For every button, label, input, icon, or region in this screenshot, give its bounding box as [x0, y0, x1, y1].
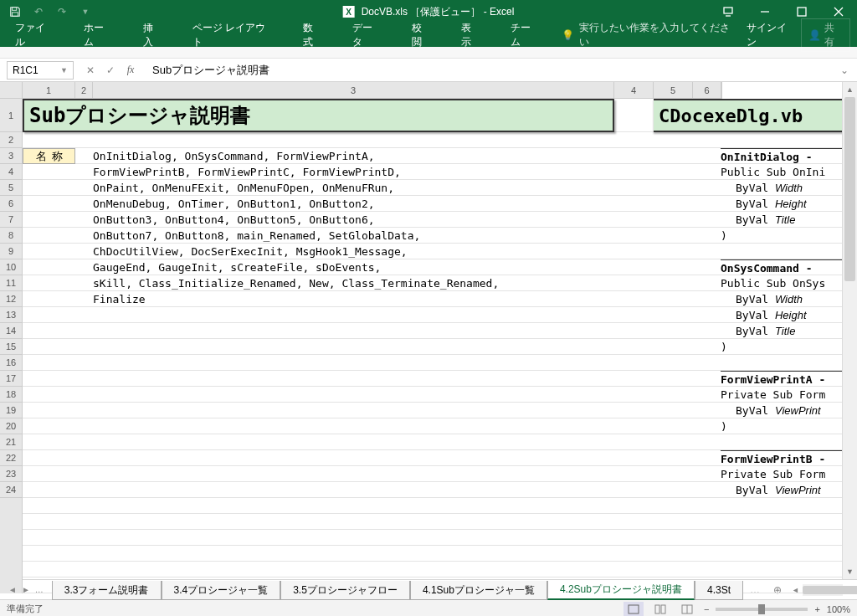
- detail-line[interactable]: ): [721, 418, 842, 434]
- row-header[interactable]: 3: [0, 148, 22, 164]
- code-line[interactable]: OnMenuDebug, OnTimer, OnButton1, OnButto…: [93, 196, 375, 212]
- enter-icon[interactable]: ✓: [104, 64, 117, 76]
- row-header[interactable]: 22: [0, 450, 22, 466]
- col-header[interactable]: 3: [93, 82, 614, 98]
- undo-icon[interactable]: ↶: [30, 3, 47, 20]
- detail-line[interactable]: Private Sub Form: [721, 466, 842, 482]
- detail-line[interactable]: ByVal ViewPrint: [721, 403, 842, 418]
- qat-dropdown-icon[interactable]: ▼: [77, 3, 94, 20]
- detail-line[interactable]: FormViewPrintB -: [721, 450, 842, 466]
- zoom-slider[interactable]: [716, 608, 808, 611]
- redo-icon[interactable]: ↷: [54, 3, 70, 20]
- page-break-view-button[interactable]: [677, 602, 697, 617]
- filename-cell[interactable]: CDocexeDlg.vb: [654, 99, 842, 132]
- sheet-tab[interactable]: 3.4プロシージャ一覧: [162, 581, 281, 600]
- detail-line[interactable]: OnInitDialog -: [721, 148, 842, 164]
- detail-line[interactable]: ByVal ViewPrint: [721, 482, 842, 498]
- row-header[interactable]: 15: [0, 339, 22, 355]
- code-line[interactable]: OnButton7, OnButton8, main_Renamed, SetG…: [93, 228, 420, 244]
- col-header[interactable]: 1: [23, 82, 75, 98]
- row-header[interactable]: 21: [0, 434, 22, 450]
- code-line[interactable]: Finalize: [93, 291, 146, 307]
- row-header[interactable]: 2: [0, 132, 22, 148]
- detail-line[interactable]: ByVal Height: [721, 307, 842, 323]
- fx-icon[interactable]: fx: [124, 64, 137, 76]
- ribbon-options-icon[interactable]: [710, 0, 747, 23]
- detail-line[interactable]: ByVal Height: [721, 196, 842, 212]
- row-header[interactable]: 4: [0, 164, 22, 180]
- expand-formula-icon[interactable]: ⌄: [839, 64, 850, 76]
- sheet-tab[interactable]: 4.1Subプロシージャ一覧: [410, 581, 547, 600]
- sheet-tab[interactable]: 3.3フォーム説明書: [52, 581, 162, 600]
- code-line[interactable]: OnButton3, OnButton4, OnButton5, OnButto…: [93, 212, 375, 228]
- code-line[interactable]: FormViewPrintB, FormViewPrintC, FormView…: [93, 164, 401, 180]
- row-header[interactable]: 23: [0, 466, 22, 482]
- row-header[interactable]: 14: [0, 323, 22, 339]
- normal-view-button[interactable]: [624, 602, 644, 617]
- vertical-scrollbar[interactable]: ▲ ▼: [842, 82, 857, 579]
- detail-line[interactable]: Public Sub OnSys: [721, 275, 842, 291]
- detail-line[interactable]: ByVal Title: [721, 323, 842, 339]
- detail-line[interactable]: OnSysCommand -: [721, 259, 842, 275]
- name-label-cell[interactable]: 名称: [23, 148, 75, 164]
- col-header[interactable]: 5: [654, 82, 693, 98]
- row-header[interactable]: 12: [0, 291, 22, 307]
- col-header[interactable]: 2: [75, 82, 93, 98]
- detail-line[interactable]: ByVal Width: [721, 291, 842, 307]
- cancel-icon[interactable]: ✕: [84, 64, 97, 76]
- col-header[interactable]: 4: [614, 82, 654, 98]
- row-header[interactable]: 5: [0, 180, 22, 196]
- row-header[interactable]: 1: [0, 99, 22, 132]
- row-header[interactable]: 11: [0, 275, 22, 291]
- code-line[interactable]: sKill, Class_Initialize_Renamed, New, Cl…: [93, 275, 499, 291]
- grid[interactable]: Subプロシージャ説明書 CDocexeDlg.vb 名称 OnInitDial…: [23, 99, 842, 593]
- code-line[interactable]: OnPaint, OnMenuFExit, OnMenuFOpen, OnMen…: [93, 180, 394, 196]
- detail-line[interactable]: Private Sub Form: [721, 387, 842, 403]
- row-header[interactable]: 24: [0, 482, 22, 498]
- tab-prev-icon[interactable]: ◄: [8, 585, 17, 594]
- detail-line[interactable]: Public Sub OnIni: [721, 164, 842, 180]
- row-header[interactable]: 6: [0, 196, 22, 212]
- hscroll-thumb[interactable]: [803, 586, 857, 594]
- code-line[interactable]: ChDocUtilView, DocSerExecInit, MsgHook1_…: [93, 244, 408, 259]
- row-header[interactable]: 10: [0, 259, 22, 275]
- select-all-corner[interactable]: [0, 82, 23, 99]
- zoom-out-button[interactable]: −: [704, 604, 709, 614]
- sheet-tab[interactable]: 4.3St: [695, 581, 743, 600]
- zoom-level[interactable]: 100%: [827, 604, 850, 614]
- formula-input[interactable]: [147, 61, 835, 80]
- vscroll-thumb[interactable]: [844, 97, 855, 281]
- row-header[interactable]: 18: [0, 387, 22, 403]
- row-header[interactable]: 16: [0, 355, 22, 371]
- detail-line[interactable]: ): [721, 228, 842, 244]
- scroll-up-icon[interactable]: ▲: [843, 82, 857, 97]
- page-title-cell[interactable]: Subプロシージャ説明書: [23, 99, 614, 132]
- detail-line[interactable]: FormViewPrintA -: [721, 371, 842, 387]
- zoom-handle[interactable]: [758, 604, 765, 614]
- minimize-button[interactable]: [747, 0, 783, 23]
- detail-line[interactable]: ByVal Title: [721, 212, 842, 228]
- row-header[interactable]: 17: [0, 371, 22, 387]
- sheet-tab[interactable]: 3.5プロシージャフロー: [280, 581, 410, 600]
- column-headers[interactable]: 123456: [23, 82, 722, 99]
- name-box[interactable]: R1C1 ▼: [7, 61, 74, 80]
- code-line[interactable]: OnInitDialog, OnSysCommand, FormViewPrin…: [93, 148, 375, 164]
- chevron-down-icon[interactable]: ▼: [60, 66, 68, 74]
- save-icon[interactable]: [7, 3, 23, 20]
- row-headers[interactable]: 123456789101112131415161718192021222324: [0, 99, 23, 593]
- detail-line[interactable]: ): [721, 339, 842, 355]
- row-header[interactable]: 7: [0, 212, 22, 228]
- zoom-in-button[interactable]: +: [814, 604, 819, 614]
- row-header[interactable]: 20: [0, 418, 22, 434]
- signin-link[interactable]: サインイン: [747, 21, 794, 49]
- row-header[interactable]: 8: [0, 228, 22, 244]
- row-header[interactable]: 9: [0, 244, 22, 259]
- sheet-tab[interactable]: 4.2Subプロシージャ説明書: [547, 581, 695, 600]
- row-header[interactable]: 13: [0, 307, 22, 323]
- scroll-down-icon[interactable]: ▼: [843, 564, 857, 579]
- share-button[interactable]: 👤 共有: [801, 18, 850, 52]
- tell-me[interactable]: 💡 実行したい作業を入力してください: [562, 21, 733, 49]
- detail-line[interactable]: ByVal Width: [721, 180, 842, 196]
- code-line[interactable]: GaugeEnd, GaugeInit, sCreateFile, sDoEve…: [93, 259, 381, 275]
- page-layout-view-button[interactable]: [650, 602, 670, 617]
